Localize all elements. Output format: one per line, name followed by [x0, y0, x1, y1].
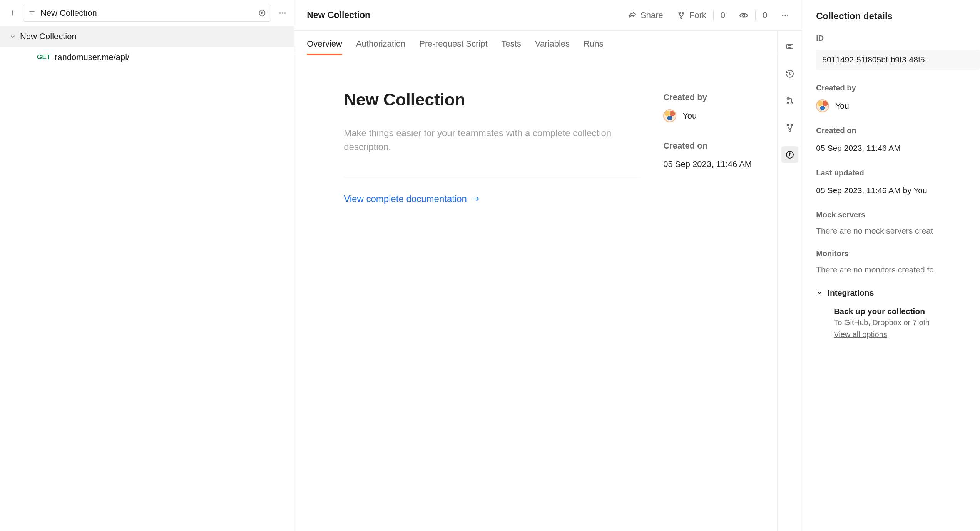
tab-tests[interactable]: Tests	[502, 39, 521, 55]
svg-point-31	[789, 153, 790, 154]
svg-point-9	[282, 12, 283, 13]
add-button[interactable]	[6, 7, 18, 19]
chevron-down-icon	[9, 33, 16, 40]
share-icon	[628, 11, 637, 20]
integration-view-all-link[interactable]: View all options	[834, 330, 980, 339]
info-icon[interactable]	[781, 146, 798, 163]
comments-icon[interactable]	[781, 38, 798, 55]
details-title: Collection details	[816, 11, 980, 22]
tab-runs[interactable]: Runs	[584, 39, 603, 55]
divider	[344, 177, 640, 177]
fork-count: 0	[721, 10, 725, 20]
svg-point-15	[782, 15, 783, 16]
last-updated-value: 05 Sep 2023, 11:46 AM by You	[816, 184, 980, 197]
details-created-on-label: Created on	[816, 126, 980, 135]
integrations-label: Integrations	[828, 288, 874, 297]
request-name: randomuser.me/api/	[55, 52, 129, 62]
svg-point-17	[787, 15, 788, 16]
share-button[interactable]: Share	[626, 10, 666, 20]
request-row[interactable]: GET randomuser.me/api/	[0, 47, 294, 68]
method-badge: GET	[37, 53, 51, 61]
id-label: ID	[816, 34, 980, 43]
svg-point-10	[284, 12, 286, 13]
changelog-icon[interactable]	[781, 65, 798, 82]
details-created-by-value: You	[835, 100, 849, 112]
created-by-value: You	[682, 109, 697, 122]
created-by-label: Created by	[663, 92, 763, 102]
svg-point-12	[682, 12, 684, 13]
collection-row[interactable]: New Collection	[0, 26, 294, 47]
svg-point-23	[787, 102, 789, 104]
last-updated-label: Last updated	[816, 169, 980, 177]
main-panel: New Collection Share Fork 0	[294, 0, 802, 531]
tab-authorization[interactable]: Authorization	[356, 39, 405, 55]
id-value[interactable]: 5011492-51f805bf-b9f3-48f5-	[816, 50, 980, 70]
tab-overview[interactable]: Overview	[307, 39, 342, 55]
collection-name: New Collection	[20, 32, 77, 42]
sidebar: New Collection New Collection GET random…	[0, 0, 294, 531]
details-created-by-label: Created by	[816, 83, 980, 92]
svg-rect-19	[787, 44, 793, 49]
integrations-toggle[interactable]: Integrations	[816, 288, 980, 297]
details-panel: Collection details ID 5011492-51f805bf-b…	[802, 0, 980, 531]
tab-variables[interactable]: Variables	[535, 39, 570, 55]
sidebar-more-icon[interactable]	[276, 6, 289, 20]
eye-icon	[739, 11, 748, 20]
chevron-down-icon	[816, 289, 823, 296]
fork-button[interactable]: Fork	[675, 10, 709, 20]
svg-point-27	[791, 124, 793, 126]
integration-item-sub: To GitHub, Dropbox or 7 oth	[834, 318, 980, 327]
main-title: New Collection	[307, 10, 370, 20]
tab-prerequest[interactable]: Pre-request Script	[419, 39, 487, 55]
svg-point-22	[787, 98, 789, 100]
tabs: Overview Authorization Pre-request Scrip…	[294, 31, 777, 55]
fork-label: Fork	[689, 10, 706, 20]
svg-point-24	[791, 102, 793, 104]
view-docs-label: View complete documentation	[344, 194, 467, 204]
view-docs-link[interactable]: View complete documentation	[344, 194, 480, 204]
arrow-right-icon	[472, 195, 480, 203]
forks-icon[interactable]	[781, 119, 798, 136]
context-rail	[777, 31, 802, 531]
overview-title: New Collection	[344, 90, 640, 109]
watch-button[interactable]	[737, 11, 751, 20]
avatar	[816, 99, 829, 112]
svg-point-13	[681, 17, 682, 18]
details-created-on-value: 05 Sep 2023, 11:46 AM	[816, 142, 980, 155]
svg-point-26	[787, 124, 789, 126]
created-on-label: Created on	[663, 141, 763, 151]
svg-point-16	[785, 15, 786, 16]
svg-point-8	[279, 12, 281, 13]
avatar	[663, 109, 676, 122]
fork-icon	[677, 11, 686, 20]
watch-count: 0	[763, 10, 767, 20]
overview-description[interactable]: Make things easier for your teammates wi…	[344, 126, 640, 154]
filter-icon	[28, 9, 36, 17]
svg-point-14	[743, 14, 745, 17]
svg-point-28	[789, 130, 791, 132]
created-on-value: 05 Sep 2023, 11:46 AM	[663, 158, 763, 171]
mock-servers-value: There are no mock servers creat	[816, 226, 980, 235]
pull-request-icon[interactable]	[781, 92, 798, 109]
svg-point-11	[679, 12, 680, 13]
monitors-value: There are no monitors created fo	[816, 265, 980, 274]
filter-input-value: New Collection	[40, 8, 254, 18]
share-label: Share	[641, 10, 663, 20]
header-more-icon[interactable]	[779, 11, 792, 20]
filter-input-box[interactable]: New Collection	[23, 5, 271, 22]
clear-filter-icon[interactable]	[258, 9, 266, 17]
mock-servers-label: Mock servers	[816, 210, 980, 219]
monitors-label: Monitors	[816, 249, 980, 258]
integration-item-title: Back up your collection	[834, 307, 980, 316]
